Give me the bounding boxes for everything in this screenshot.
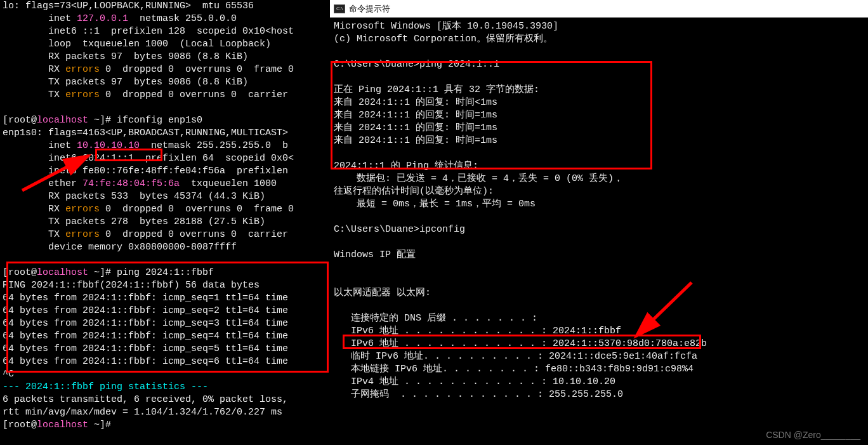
windows-cmd[interactable]: C:\ 命令提示符 Microsoft Windows [版本 10.0.190…: [330, 0, 868, 445]
cmd-output: Microsoft Windows [版本 10.0.19045.3930] (…: [334, 20, 864, 401]
terminal-output: lo: flags=73<UP,LOOPBACK,RUNNING> mtu 65…: [3, 0, 327, 432]
linux-terminal[interactable]: lo: flags=73<UP,LOOPBACK,RUNNING> mtu 65…: [0, 0, 330, 445]
cmd-icon: C:\: [334, 4, 345, 13]
watermark: CSDN @Zero________: [766, 428, 860, 441]
window-titlebar[interactable]: C:\ 命令提示符: [330, 0, 868, 18]
window-title: 命令提示符: [349, 3, 390, 15]
